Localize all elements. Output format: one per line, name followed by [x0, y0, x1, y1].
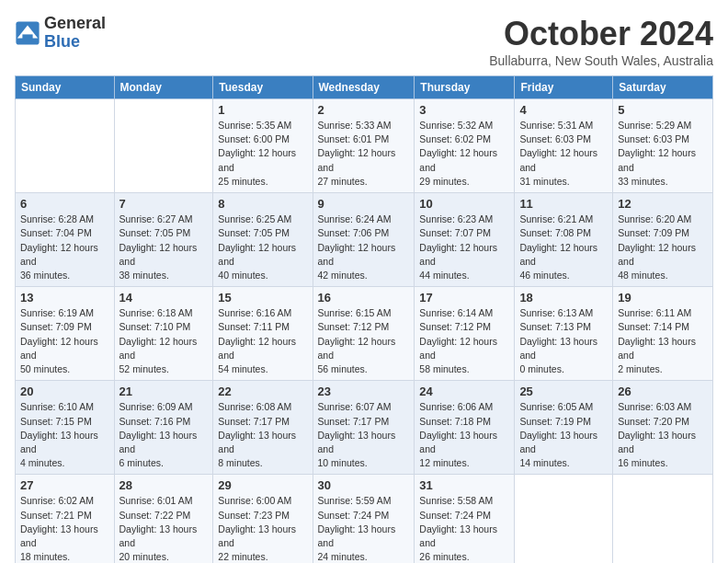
day-cell: 14 Sunrise: 6:18 AMSunset: 7:10 PMDaylig…: [114, 287, 213, 381]
header-cell-tuesday: Tuesday: [213, 76, 313, 99]
page-header: General Blue October 2024 Bullaburra, Ne…: [15, 15, 713, 68]
day-number: 20: [20, 385, 109, 398]
header-cell-saturday: Saturday: [613, 76, 713, 99]
day-info: Sunrise: 6:28 AMSunset: 7:04 PMDaylight:…: [20, 213, 109, 282]
week-row-5: 27 Sunrise: 6:02 AMSunset: 7:21 PMDaylig…: [16, 475, 713, 563]
day-number: 31: [419, 478, 509, 492]
day-info: Sunrise: 6:21 AMSunset: 7:08 PMDaylight:…: [519, 213, 608, 282]
day-number: 14: [119, 291, 209, 304]
day-cell: 22 Sunrise: 6:08 AMSunset: 7:17 PMDaylig…: [213, 381, 313, 475]
day-info: Sunrise: 6:06 AMSunset: 7:18 PMDaylight:…: [419, 400, 509, 470]
calendar-header: SundayMondayTuesdayWednesdayThursdayFrid…: [16, 76, 713, 99]
header-cell-sunday: Sunday: [16, 76, 115, 99]
day-cell: 21 Sunrise: 6:09 AMSunset: 7:16 PMDaylig…: [114, 381, 213, 475]
day-info: Sunrise: 5:31 AMSunset: 6:03 PMDaylight:…: [519, 119, 608, 189]
day-info: Sunrise: 6:08 AMSunset: 7:17 PMDaylight:…: [218, 400, 307, 470]
day-number: 19: [618, 291, 708, 304]
week-row-4: 20 Sunrise: 6:10 AMSunset: 7:15 PMDaylig…: [16, 381, 713, 475]
day-number: 29: [218, 478, 307, 492]
day-cell: 17 Sunrise: 6:14 AMSunset: 7:12 PMDaylig…: [415, 287, 515, 381]
day-cell: [16, 99, 115, 193]
day-number: 18: [519, 291, 608, 304]
subtitle: Bullaburra, New South Wales, Australia: [489, 53, 713, 68]
day-cell: 10 Sunrise: 6:23 AMSunset: 7:07 PMDaylig…: [415, 193, 515, 287]
day-cell: 12 Sunrise: 6:20 AMSunset: 7:09 PMDaylig…: [613, 193, 713, 287]
week-row-3: 13 Sunrise: 6:19 AMSunset: 7:09 PMDaylig…: [16, 287, 713, 381]
day-cell: 13 Sunrise: 6:19 AMSunset: 7:09 PMDaylig…: [16, 287, 115, 381]
day-number: 16: [318, 291, 410, 304]
day-info: Sunrise: 6:05 AMSunset: 7:19 PMDaylight:…: [519, 400, 608, 470]
logo: General Blue: [15, 15, 106, 52]
day-cell: 27 Sunrise: 6:02 AMSunset: 7:21 PMDaylig…: [16, 475, 115, 563]
day-number: 25: [519, 385, 608, 398]
day-cell: 18 Sunrise: 6:13 AMSunset: 7:13 PMDaylig…: [515, 287, 613, 381]
day-number: 5: [618, 103, 708, 117]
day-info: Sunrise: 6:11 AMSunset: 7:14 PMDaylight:…: [618, 306, 708, 376]
day-info: Sunrise: 6:24 AMSunset: 7:06 PMDaylight:…: [318, 213, 410, 282]
day-cell: 26 Sunrise: 6:03 AMSunset: 7:20 PMDaylig…: [613, 381, 713, 475]
svg-rect-2: [22, 34, 32, 40]
header-cell-thursday: Thursday: [415, 76, 515, 99]
calendar-table: SundayMondayTuesdayWednesdayThursdayFrid…: [15, 75, 713, 563]
day-info: Sunrise: 6:09 AMSunset: 7:16 PMDaylight:…: [119, 400, 209, 470]
day-cell: 19 Sunrise: 6:11 AMSunset: 7:14 PMDaylig…: [613, 287, 713, 381]
day-cell: 28 Sunrise: 6:01 AMSunset: 7:22 PMDaylig…: [114, 475, 213, 563]
day-number: 6: [20, 197, 109, 211]
day-cell: 30 Sunrise: 5:59 AMSunset: 7:24 PMDaylig…: [313, 475, 415, 563]
day-number: 7: [119, 197, 209, 211]
logo-icon: [15, 20, 40, 46]
day-number: 28: [119, 478, 209, 492]
day-info: Sunrise: 5:29 AMSunset: 6:03 PMDaylight:…: [618, 119, 708, 189]
day-info: Sunrise: 6:15 AMSunset: 7:12 PMDaylight:…: [318, 306, 410, 376]
day-info: Sunrise: 6:01 AMSunset: 7:22 PMDaylight:…: [119, 494, 209, 563]
week-row-1: 1 Sunrise: 5:35 AMSunset: 6:00 PMDayligh…: [16, 99, 713, 193]
day-number: 9: [318, 197, 410, 211]
day-number: 2: [318, 103, 410, 117]
day-info: Sunrise: 6:02 AMSunset: 7:21 PMDaylight:…: [20, 494, 109, 563]
day-number: 30: [318, 478, 410, 492]
day-cell: 29 Sunrise: 6:00 AMSunset: 7:23 PMDaylig…: [213, 475, 313, 563]
day-number: 4: [519, 103, 608, 117]
day-number: 1: [218, 103, 307, 117]
day-info: Sunrise: 5:59 AMSunset: 7:24 PMDaylight:…: [318, 494, 410, 563]
day-info: Sunrise: 6:14 AMSunset: 7:12 PMDaylight:…: [419, 306, 509, 376]
day-number: 23: [318, 385, 410, 398]
day-info: Sunrise: 6:23 AMSunset: 7:07 PMDaylight:…: [419, 213, 509, 282]
day-number: 17: [419, 291, 509, 304]
day-cell: 11 Sunrise: 6:21 AMSunset: 7:08 PMDaylig…: [515, 193, 613, 287]
day-number: 12: [618, 197, 708, 211]
logo-blue-label: Blue: [44, 33, 106, 52]
day-number: 22: [218, 385, 307, 398]
day-cell: [613, 475, 713, 563]
day-info: Sunrise: 6:19 AMSunset: 7:09 PMDaylight:…: [20, 306, 109, 376]
day-cell: 20 Sunrise: 6:10 AMSunset: 7:15 PMDaylig…: [16, 381, 115, 475]
day-cell: 4 Sunrise: 5:31 AMSunset: 6:03 PMDayligh…: [515, 99, 613, 193]
header-row: SundayMondayTuesdayWednesdayThursdayFrid…: [16, 76, 713, 99]
day-number: 10: [419, 197, 509, 211]
day-cell: 9 Sunrise: 6:24 AMSunset: 7:06 PMDayligh…: [313, 193, 415, 287]
day-cell: 6 Sunrise: 6:28 AMSunset: 7:04 PMDayligh…: [16, 193, 115, 287]
day-info: Sunrise: 6:00 AMSunset: 7:23 PMDaylight:…: [218, 494, 307, 563]
day-info: Sunrise: 6:13 AMSunset: 7:13 PMDaylight:…: [519, 306, 608, 376]
day-cell: 8 Sunrise: 6:25 AMSunset: 7:05 PMDayligh…: [213, 193, 313, 287]
day-cell: 5 Sunrise: 5:29 AMSunset: 6:03 PMDayligh…: [613, 99, 713, 193]
day-cell: 7 Sunrise: 6:27 AMSunset: 7:05 PMDayligh…: [114, 193, 213, 287]
day-cell: [114, 99, 213, 193]
day-cell: 15 Sunrise: 6:16 AMSunset: 7:11 PMDaylig…: [213, 287, 313, 381]
day-number: 15: [218, 291, 307, 304]
header-cell-monday: Monday: [114, 76, 213, 99]
day-cell: 23 Sunrise: 6:07 AMSunset: 7:17 PMDaylig…: [313, 381, 415, 475]
day-info: Sunrise: 6:27 AMSunset: 7:05 PMDaylight:…: [119, 213, 209, 282]
day-number: 27: [20, 478, 109, 492]
day-number: 21: [119, 385, 209, 398]
calendar-body: 1 Sunrise: 5:35 AMSunset: 6:00 PMDayligh…: [16, 99, 713, 564]
day-info: Sunrise: 6:16 AMSunset: 7:11 PMDaylight:…: [218, 306, 307, 376]
day-cell: 2 Sunrise: 5:33 AMSunset: 6:01 PMDayligh…: [313, 99, 415, 193]
day-cell: 25 Sunrise: 6:05 AMSunset: 7:19 PMDaylig…: [515, 381, 613, 475]
day-cell: 31 Sunrise: 5:58 AMSunset: 7:24 PMDaylig…: [415, 475, 515, 563]
day-number: 3: [419, 103, 509, 117]
day-number: 24: [419, 385, 509, 398]
day-number: 26: [618, 385, 708, 398]
header-cell-friday: Friday: [515, 76, 613, 99]
logo-general-label: General: [44, 15, 106, 33]
